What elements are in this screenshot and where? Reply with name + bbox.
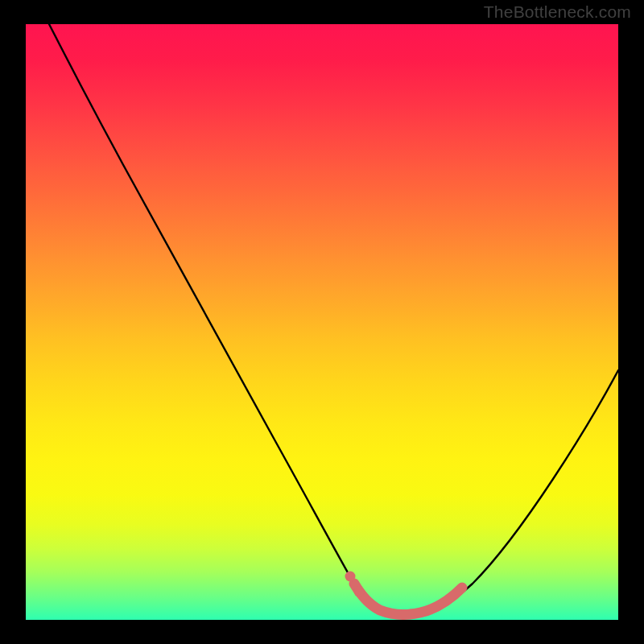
bottleneck-curve [49,24,618,615]
bottleneck-curve-svg [26,24,618,620]
optimal-zone-highlight [354,584,462,614]
plot-area [26,24,618,620]
optimal-zone-dot [345,572,356,582]
chart-container: TheBottleneck.com [0,0,644,644]
optimal-zone-dot [354,587,365,597]
watermark-text: TheBottleneck.com [484,2,631,22]
